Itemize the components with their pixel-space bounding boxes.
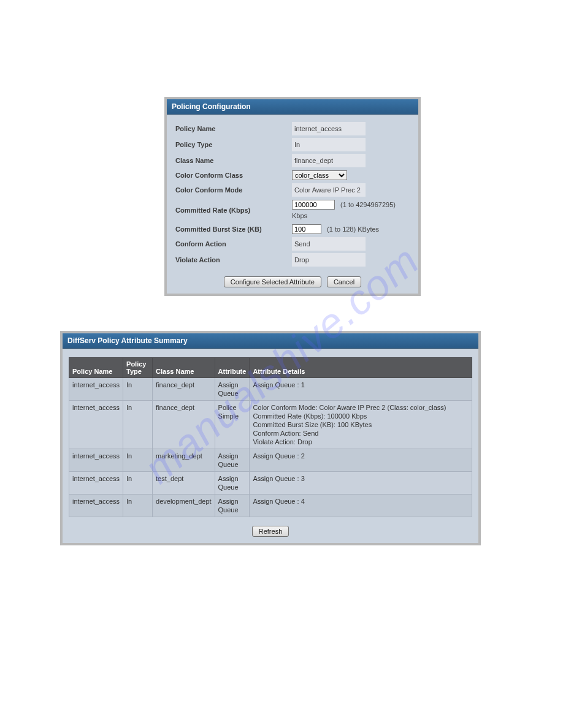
- row-policy-name: Policy Name internet_access: [175, 121, 410, 137]
- select-color-conform-class[interactable]: color_class: [292, 170, 347, 180]
- td-policy-type: In: [123, 472, 153, 495]
- td-attribute-details: Assign Queue : 1: [250, 378, 472, 401]
- td-attribute: Assign Queue: [215, 378, 250, 401]
- td-class-name: finance_dept: [153, 378, 215, 401]
- refresh-button[interactable]: Refresh: [252, 526, 289, 537]
- panel-title: Policing Configuration: [167, 99, 418, 115]
- summary-table: Policy Name Policy Type Class Name Attri…: [69, 357, 472, 517]
- label-conform-action: Conform Action: [175, 238, 292, 249]
- table-row: internet_accessInfinance_deptPolice Simp…: [69, 401, 472, 449]
- td-attribute-details: Assign Queue : 4: [250, 495, 472, 517]
- th-attribute: Attribute: [215, 358, 250, 378]
- row-committed-rate: Committed Rate (Kbps) (1 to 4294967295) …: [175, 198, 410, 222]
- row-violate-action: Violate Action Drop: [175, 252, 410, 268]
- label-class-name: Class Name: [175, 155, 292, 166]
- label-violate-action: Violate Action: [175, 254, 292, 265]
- row-color-conform-class: Color Conform Class color_class: [175, 169, 410, 182]
- cancel-button[interactable]: Cancel: [327, 276, 361, 287]
- td-policy-type: In: [123, 495, 153, 517]
- policing-configuration-panel: Policing Configuration Policy Name inter…: [164, 97, 421, 296]
- th-policy-name: Policy Name: [69, 358, 123, 378]
- td-policy-name: internet_access: [69, 378, 123, 401]
- th-policy-type: Policy Type: [123, 358, 153, 378]
- th-attribute-details: Attribute Details: [250, 358, 472, 378]
- input-committed-rate[interactable]: [292, 200, 335, 210]
- td-attribute-details: Assign Queue : 3: [250, 472, 472, 495]
- panel-title: DiffServ Policy Attribute Summary: [63, 333, 478, 349]
- label-policy-name: Policy Name: [175, 123, 292, 134]
- td-attribute-details: Color Conform Mode: Color Aware IP Prec …: [250, 401, 472, 449]
- value-conform-action: Send: [292, 237, 366, 251]
- td-attribute: Police Simple: [215, 401, 250, 449]
- table-header-row: Policy Name Policy Type Class Name Attri…: [69, 358, 472, 378]
- td-class-name: marketing_dept: [153, 449, 215, 472]
- td-attribute: Assign Queue: [215, 472, 250, 495]
- label-committed-rate: Committed Rate (Kbps): [175, 205, 292, 216]
- td-attribute-details: Assign Queue : 2: [250, 449, 472, 472]
- form-body: Policy Name internet_access Policy Type …: [167, 115, 418, 271]
- input-committed-burst[interactable]: [292, 224, 321, 234]
- th-class-name: Class Name: [153, 358, 215, 378]
- button-row: Refresh: [63, 521, 478, 543]
- td-policy-name: internet_access: [69, 472, 123, 495]
- td-class-name: test_dept: [153, 472, 215, 495]
- td-policy-type: In: [123, 378, 153, 401]
- label-committed-burst: Committed Burst Size (KB): [175, 224, 292, 235]
- table-row: internet_accessIntest_deptAssign QueueAs…: [69, 472, 472, 495]
- value-policy-name: internet_access: [292, 122, 366, 135]
- label-color-conform-class: Color Conform Class: [175, 170, 292, 181]
- value-class-name: finance_dept: [292, 154, 366, 167]
- row-conform-action: Conform Action Send: [175, 236, 410, 252]
- row-committed-burst: Committed Burst Size (KB) (1 to 128) KBy…: [175, 222, 410, 236]
- label-policy-type: Policy Type: [175, 139, 292, 150]
- table-row: internet_accessInmarketing_deptAssign Qu…: [69, 449, 472, 472]
- hint-committed-burst: (1 to 128) KBytes: [327, 226, 379, 233]
- td-class-name: finance_dept: [153, 401, 215, 449]
- row-policy-type: Policy Type In: [175, 137, 410, 153]
- button-row: Configure Selected Attribute Cancel: [167, 271, 418, 294]
- value-violate-action: Drop: [292, 253, 366, 267]
- diffserv-policy-attribute-summary-panel: DiffServ Policy Attribute Summary Policy…: [60, 331, 481, 545]
- td-attribute: Assign Queue: [215, 495, 250, 517]
- td-policy-type: In: [123, 401, 153, 449]
- td-class-name: development_dept: [153, 495, 215, 517]
- td-policy-type: In: [123, 449, 153, 472]
- configure-selected-attribute-button[interactable]: Configure Selected Attribute: [224, 276, 321, 287]
- td-attribute: Assign Queue: [215, 449, 250, 472]
- td-policy-name: internet_access: [69, 449, 123, 472]
- value-policy-type: In: [292, 138, 366, 151]
- value-color-conform-mode: Color Aware IP Prec 2: [292, 183, 366, 197]
- td-policy-name: internet_access: [69, 495, 123, 517]
- td-policy-name: internet_access: [69, 401, 123, 449]
- table-row: internet_accessIndevelopment_deptAssign …: [69, 495, 472, 517]
- table-row: internet_accessInfinance_deptAssign Queu…: [69, 378, 472, 401]
- row-class-name: Class Name finance_dept: [175, 153, 410, 169]
- row-color-conform-mode: Color Conform Mode Color Aware IP Prec 2: [175, 182, 410, 198]
- label-color-conform-mode: Color Conform Mode: [175, 184, 292, 195]
